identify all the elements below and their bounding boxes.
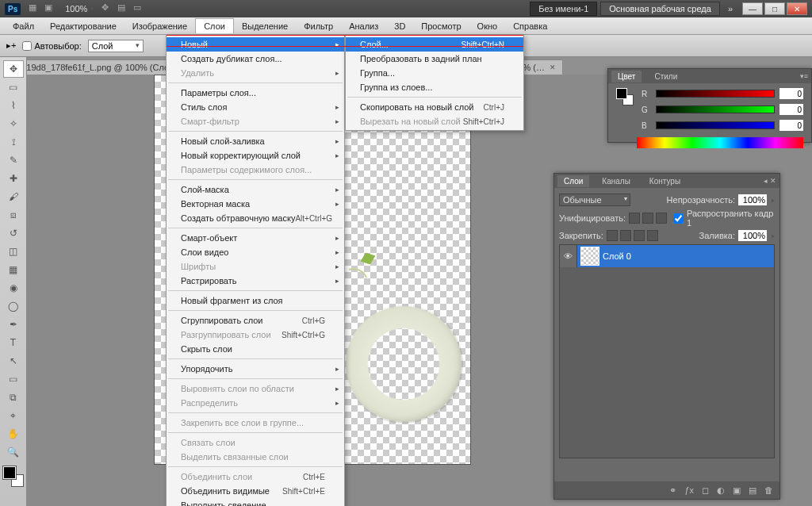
menu-item[interactable]: Выполнить сведение bbox=[167, 498, 344, 506]
layer-name[interactable]: Слой 0 bbox=[603, 251, 631, 261]
opacity-field[interactable]: 100% bbox=[738, 194, 767, 205]
menu-item[interactable]: Новый bbox=[167, 37, 344, 52]
g-value[interactable]: 0 bbox=[779, 104, 803, 115]
panel-close-icon[interactable]: ◂ ✕ bbox=[764, 177, 776, 185]
menu-image[interactable]: Изображение bbox=[124, 19, 195, 33]
close-button[interactable]: ✕ bbox=[787, 2, 807, 15]
unify-icon[interactable] bbox=[629, 213, 640, 224]
stamp-tool[interactable]: ⧇ bbox=[3, 206, 24, 224]
doc-tab-0[interactable]: 0_719d8_178fe61f_L.png @ 100% (Слой…✕ bbox=[5, 59, 171, 75]
hand-icon[interactable]: ✥ bbox=[102, 2, 114, 15]
menu-analysis[interactable]: Анализ bbox=[341, 19, 386, 33]
lock-move-icon[interactable] bbox=[634, 230, 645, 241]
panel-menu-icon[interactable]: ▾≡ bbox=[800, 72, 808, 80]
menu-item[interactable]: Растрировать bbox=[167, 274, 344, 288]
menu-view[interactable]: Просмотр bbox=[413, 19, 469, 33]
menu-item[interactable]: Сгруппировать слоиCtrl+G bbox=[167, 313, 344, 328]
new-layer-icon[interactable]: ▤ bbox=[749, 485, 756, 496]
autoselect-checkbox[interactable]: Автовыбор: bbox=[22, 41, 81, 51]
g-slider[interactable] bbox=[656, 105, 775, 113]
menu-select[interactable]: Выделение bbox=[234, 19, 296, 33]
menu-item[interactable]: Скрыть слои bbox=[167, 342, 344, 356]
color-swatch[interactable] bbox=[3, 466, 24, 487]
dodge-tool[interactable]: ◯ bbox=[3, 297, 24, 315]
lock-pixels-icon[interactable] bbox=[607, 230, 618, 241]
close-icon[interactable]: ✕ bbox=[550, 63, 556, 71]
pen-tool[interactable]: ✒ bbox=[3, 316, 24, 333]
menu-file[interactable]: Файл bbox=[5, 19, 42, 33]
menu-item[interactable]: Создать дубликат слоя... bbox=[167, 52, 344, 66]
eyedropper-tool[interactable]: ✎ bbox=[3, 151, 24, 169]
bridge-icon[interactable]: ▦ bbox=[29, 2, 41, 15]
menu-3d[interactable]: 3D bbox=[386, 19, 413, 33]
menu-item[interactable]: Слой...Shift+Ctrl+N bbox=[346, 37, 523, 52]
menu-item[interactable]: Стиль слоя bbox=[167, 100, 344, 114]
brush-tool[interactable]: 🖌 bbox=[3, 188, 24, 205]
type-tool[interactable]: T bbox=[3, 334, 24, 351]
panel-tab-channels[interactable]: Каналы bbox=[596, 175, 637, 187]
menu-help[interactable]: Справка bbox=[505, 19, 555, 33]
menu-item[interactable]: Новый фрагмент из слоя bbox=[167, 293, 344, 308]
3d-tool[interactable]: ⧉ bbox=[3, 389, 24, 406]
menu-item[interactable]: Упорядочить bbox=[167, 362, 344, 376]
menu-item[interactable]: Слои видео bbox=[167, 245, 344, 259]
arrange-icon[interactable]: ▤ bbox=[117, 2, 130, 15]
blur-tool[interactable]: ◉ bbox=[3, 279, 24, 297]
lock-paint-icon[interactable] bbox=[620, 230, 631, 241]
unify-icon[interactable] bbox=[656, 213, 667, 224]
path-tool[interactable]: ↖ bbox=[3, 352, 24, 370]
workspace-chevron-icon[interactable]: » bbox=[728, 4, 733, 13]
crop-tool[interactable]: ⟟ bbox=[3, 133, 24, 151]
shape-tool[interactable]: ▭ bbox=[3, 370, 24, 388]
visibility-icon[interactable]: 👁 bbox=[560, 245, 577, 267]
layer-thumbnail[interactable] bbox=[580, 247, 599, 266]
screen-mode-icon[interactable]: ▭ bbox=[133, 2, 146, 15]
menu-window[interactable]: Окно bbox=[469, 19, 506, 33]
b-value[interactable]: 0 bbox=[779, 120, 803, 131]
menu-item[interactable]: Группа... bbox=[346, 66, 523, 80]
r-value[interactable]: 0 bbox=[779, 88, 803, 99]
delete-icon[interactable]: 🗑 bbox=[764, 485, 773, 495]
menu-item[interactable]: Объединить видимыеShift+Ctrl+E bbox=[167, 484, 344, 498]
autoselect-target-combo[interactable]: Слой bbox=[88, 40, 144, 52]
history-brush-tool[interactable]: ↺ bbox=[3, 224, 24, 242]
wand-tool[interactable]: ✧ bbox=[3, 115, 24, 132]
lock-all-icon[interactable] bbox=[647, 230, 658, 241]
r-slider[interactable] bbox=[656, 90, 775, 98]
menu-item[interactable]: Параметры слоя... bbox=[167, 86, 344, 100]
menu-item[interactable]: Новый корректирующий слой bbox=[167, 148, 344, 163]
panel-tab-paths[interactable]: Контуры bbox=[643, 175, 687, 187]
panel-tab-styles[interactable]: Стили bbox=[648, 71, 684, 82]
gradient-tool[interactable]: ▦ bbox=[3, 261, 24, 278]
menu-filter[interactable]: Фильтр bbox=[296, 19, 341, 33]
menu-item[interactable]: Слой-маска bbox=[167, 182, 344, 197]
panel-tab-color[interactable]: Цвет bbox=[611, 71, 642, 82]
layer-item[interactable]: 👁 Слой 0 bbox=[560, 245, 774, 267]
hand-tool[interactable]: ✋ bbox=[3, 425, 24, 443]
workspace-switcher[interactable]: Основная рабочая среда bbox=[600, 2, 720, 16]
menu-item[interactable]: Скопировать на новый слойCtrl+J bbox=[346, 100, 523, 114]
3d-camera-tool[interactable]: ⌖ bbox=[3, 407, 24, 424]
mask-icon[interactable]: ◻ bbox=[702, 485, 709, 496]
unify-icon[interactable] bbox=[642, 213, 653, 224]
zoom-combo[interactable]: 100%▾ bbox=[65, 4, 94, 13]
color-swatch-mini[interactable] bbox=[616, 88, 634, 105]
menu-item[interactable]: Создать обтравочную маскуAlt+Ctrl+G bbox=[167, 211, 344, 225]
marquee-tool[interactable]: ▭ bbox=[3, 79, 24, 96]
b-slider[interactable] bbox=[656, 121, 775, 129]
adjust-icon[interactable]: ◐ bbox=[717, 485, 725, 496]
panel-tab-layers[interactable]: Слои bbox=[557, 175, 589, 187]
menu-layers[interactable]: Слои bbox=[195, 18, 234, 33]
menu-item[interactable]: Группа из слоев... bbox=[346, 80, 523, 94]
fill-field[interactable]: 100% bbox=[738, 230, 767, 241]
mini-bridge-icon[interactable]: ▣ bbox=[44, 2, 57, 15]
heal-tool[interactable]: ✚ bbox=[3, 170, 24, 187]
menu-item[interactable]: Преобразовать в задний план bbox=[346, 52, 523, 66]
group-icon[interactable]: ▣ bbox=[733, 485, 741, 496]
blend-mode-combo[interactable]: Обычные bbox=[559, 194, 630, 206]
maximize-button[interactable]: □ bbox=[764, 2, 785, 15]
minimize-button[interactable]: — bbox=[742, 2, 763, 15]
link-icon[interactable]: ⚭ bbox=[669, 485, 676, 496]
lasso-tool[interactable]: ⌇ bbox=[3, 97, 24, 114]
menu-item[interactable]: Смарт-объект bbox=[167, 231, 344, 245]
